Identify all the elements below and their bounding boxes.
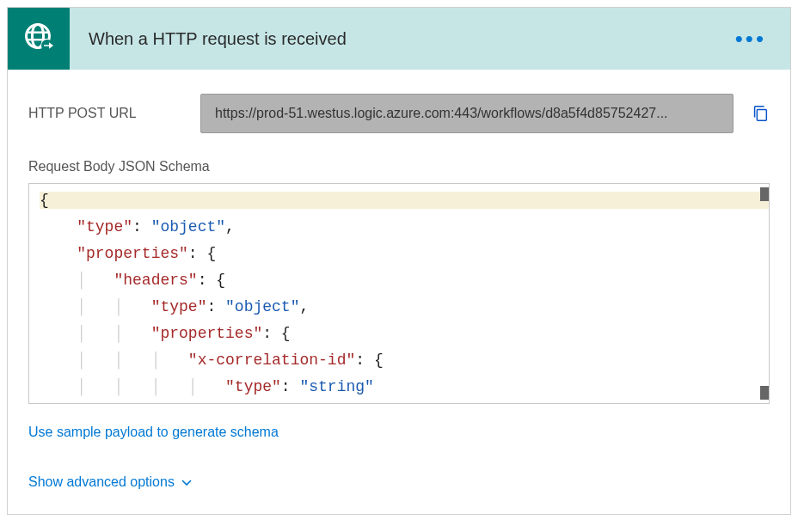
scrollbar[interactable] xyxy=(760,386,769,400)
card-header: When a HTTP request is received ••• xyxy=(8,8,790,70)
connector-icon-box xyxy=(8,8,70,70)
card-menu-button[interactable]: ••• xyxy=(732,30,770,47)
link-label: Use sample payload to generate schema xyxy=(28,425,279,440)
http-globe-icon xyxy=(21,20,56,58)
url-label: HTTP POST URL xyxy=(28,106,183,121)
http-post-url-field[interactable]: https://prod-51.westus.logic.azure.com:4… xyxy=(200,94,734,133)
card-title: When a HTTP request is received xyxy=(89,29,732,49)
show-advanced-options-link[interactable]: Show advanced options xyxy=(28,474,193,490)
svg-rect-0 xyxy=(26,32,50,34)
json-schema-editor[interactable]: { "type": "object", "properties": { │ "h… xyxy=(28,183,770,404)
card-body: HTTP POST URL https://prod-51.westus.log… xyxy=(8,70,790,514)
schema-label: Request Body JSON Schema xyxy=(28,159,770,174)
url-row: HTTP POST URL https://prod-51.westus.log… xyxy=(28,70,770,133)
http-trigger-card: When a HTTP request is received ••• HTTP… xyxy=(7,7,791,515)
chevron-down-icon xyxy=(180,475,193,489)
link-label: Show advanced options xyxy=(28,474,175,490)
svg-rect-3 xyxy=(757,109,766,120)
copy-icon[interactable] xyxy=(751,104,770,123)
scrollbar[interactable] xyxy=(760,187,769,201)
json-schema-content: { "type": "object", "properties": { │ "h… xyxy=(29,184,769,404)
use-sample-payload-link[interactable]: Use sample payload to generate schema xyxy=(28,425,279,440)
